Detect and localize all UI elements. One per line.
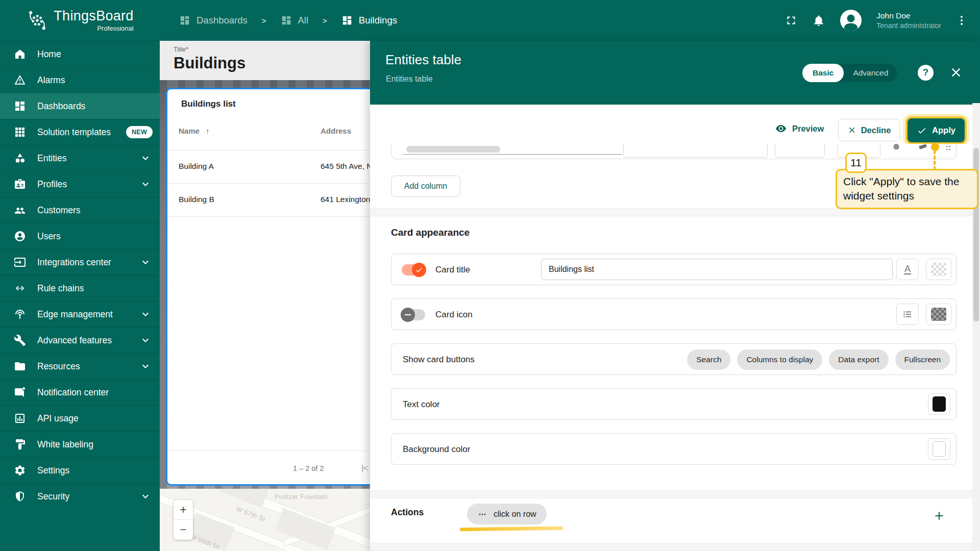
column-field-underline — [403, 154, 622, 155]
map-label-w57th-st: W 57th St — [235, 505, 266, 523]
card-title-toggle[interactable] — [401, 263, 426, 277]
tab-basic[interactable]: Basic — [802, 64, 844, 82]
edge-management-icon — [14, 308, 26, 320]
section-divider — [370, 543, 972, 551]
sidebar-item-rule-chains[interactable]: Rule chains — [0, 275, 160, 301]
sidebar-item-integrations-center[interactable]: Integrations center — [0, 249, 160, 275]
chip-data-export[interactable]: Data export — [829, 349, 888, 370]
table-cell-address[interactable]: 641 Lexington — [321, 195, 370, 204]
sidebar-item-resources[interactable]: Resources — [0, 353, 160, 379]
card-icon-toggle[interactable] — [401, 308, 426, 322]
title-font-settings-button[interactable]: A — [896, 259, 919, 280]
sidebar-item-settings[interactable]: Settings — [0, 457, 160, 483]
white-color-swatch — [933, 441, 946, 457]
user-info[interactable]: John Doe Tenant administrator — [876, 11, 941, 30]
breadcrumb-buildings[interactable]: Buildings — [341, 15, 397, 26]
text-color-swatch-button[interactable] — [928, 393, 950, 415]
chevron-down-icon — [139, 334, 152, 346]
section-divider — [370, 208, 972, 216]
breadcrumb-dashboards[interactable]: Dashboards — [179, 15, 248, 26]
column-width-field[interactable] — [775, 144, 825, 158]
eye-icon — [775, 122, 787, 135]
add-column-button[interactable]: Add column — [391, 176, 460, 197]
sidebar-item-home[interactable]: Home — [0, 41, 160, 67]
divider — [167, 183, 370, 184]
text-color-label: Text color — [403, 389, 440, 420]
sidebar-item-profiles[interactable]: Profiles — [0, 171, 160, 197]
icon-color-button[interactable] — [926, 304, 951, 325]
sidebar-item-dashboards[interactable]: Dashboards — [0, 93, 160, 119]
breadcrumb-all[interactable]: All — [281, 15, 309, 26]
tutorial-step-badge: 11 — [845, 153, 867, 173]
background-color-swatch-button[interactable] — [928, 438, 950, 460]
help-button[interactable]: ? — [918, 65, 934, 81]
map-zoom-in-button[interactable]: + — [174, 500, 193, 520]
sidebar-item-entities[interactable]: Entities — [0, 145, 160, 171]
highlight-marker — [460, 527, 563, 532]
section-divider — [370, 490, 972, 498]
sidebar-item-white-labeling[interactable]: White labeling — [0, 431, 160, 457]
card-title-input[interactable] — [541, 259, 893, 280]
users-icon — [14, 230, 26, 242]
dashboard-canvas: Buildings list Name ↑ Address Building A… — [160, 80, 370, 551]
tab-advanced[interactable]: Advanced — [844, 68, 897, 78]
brand-logo[interactable]: ThingsBoard Professional — [0, 0, 160, 41]
buildings-list-widget[interactable]: Buildings list Name ↑ Address Building A… — [166, 88, 370, 486]
sidebar-item-advanced-features[interactable]: Advanced features — [0, 327, 160, 353]
column-delete-icon[interactable] — [917, 144, 928, 154]
column-header-address[interactable]: Address — [321, 127, 351, 135]
column-header-name[interactable]: Name ↑ — [179, 127, 210, 135]
sidebar-item-users[interactable]: Users — [0, 223, 160, 249]
sidebar-item-solution-templates[interactable]: Solution templatesNEW — [0, 119, 160, 145]
chip-columns-to-display[interactable]: Columns to display — [737, 349, 822, 370]
chip-fullscreen[interactable]: Fullscreen — [895, 349, 950, 370]
chevron-down-icon — [139, 308, 152, 320]
first-page-icon[interactable]: |< — [361, 463, 368, 473]
icon-select-button[interactable] — [896, 304, 919, 325]
preview-button[interactable]: Preview — [775, 117, 824, 140]
close-panel-button[interactable] — [949, 65, 963, 80]
fullscreen-icon[interactable] — [785, 14, 798, 27]
widget-settings-panel: Entities table Entities table Basic Adva… — [370, 41, 980, 551]
sidebar-item-alarms[interactable]: Alarms — [0, 67, 160, 93]
kebab-menu-icon[interactable] — [955, 14, 968, 27]
apply-button[interactable]: Apply — [908, 118, 965, 142]
dashboard-icon — [179, 15, 190, 26]
avatar[interactable] — [840, 9, 862, 32]
column-drag-pill[interactable] — [406, 146, 500, 153]
sidebar-item-edge-management[interactable]: Edge management — [0, 301, 160, 327]
panel-title: Entities table — [385, 52, 461, 68]
home-icon — [14, 48, 26, 60]
table-cell-name[interactable]: Building B — [179, 195, 214, 204]
decline-button[interactable]: Decline — [838, 119, 900, 141]
table-cell-name[interactable]: Building A — [179, 162, 214, 171]
add-action-button[interactable] — [933, 509, 946, 522]
minus-icon — [405, 314, 411, 315]
breadcrumb-separator: > — [323, 16, 327, 25]
notifications-bell-icon[interactable] — [812, 14, 825, 27]
chip-search[interactable]: Search — [687, 349, 730, 370]
column-font-color-icon[interactable] — [891, 144, 902, 154]
sidebar: ThingsBoard Professional Home Alarms Das… — [0, 0, 160, 551]
sidebar-item-api-usage[interactable]: API usage — [0, 405, 160, 431]
dashboard-title-input[interactable]: Buildings — [174, 54, 370, 72]
ellipsis-icon — [477, 509, 487, 519]
column-drag-indicator-icon[interactable] — [943, 144, 954, 154]
map-widget[interactable]: Pulitzer Fountain W 57th St W 56th St + … — [160, 489, 370, 551]
card-icon-row: Card icon — [391, 298, 957, 330]
dashboard-title-label: Title* — [174, 45, 370, 53]
table-cell-address[interactable]: 645 5th Ave, N — [321, 162, 370, 171]
column-label-field[interactable] — [623, 144, 768, 158]
chevron-down-icon — [139, 490, 152, 503]
title-color-button[interactable] — [926, 259, 951, 280]
breadcrumb-separator: > — [262, 16, 266, 25]
map-zoom-out-button[interactable]: − — [174, 520, 193, 540]
sidebar-item-notification-center[interactable]: Notification center — [0, 379, 160, 405]
action-chip-click-on-row[interactable]: click on row — [467, 504, 547, 524]
sidebar-item-customers[interactable]: Customers — [0, 197, 160, 223]
dashboard-title-bar: Title* Buildings — [160, 41, 370, 80]
top-header: Dashboards > All > Buildings John Doe Te… — [160, 0, 980, 41]
breadcrumb: Dashboards > All > Buildings — [179, 0, 397, 41]
sidebar-item-security[interactable]: Security — [0, 483, 160, 509]
widget-title: Buildings list — [181, 99, 236, 109]
